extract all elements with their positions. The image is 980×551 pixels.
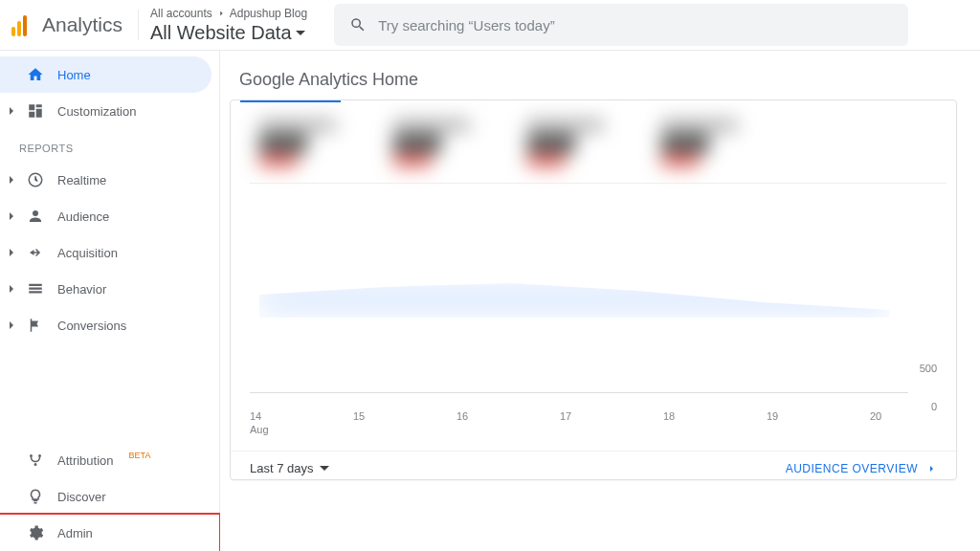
nav-admin-label: Admin [57,526,93,540]
y-tick-0: 0 [931,401,937,412]
caret-right-icon [10,321,13,329]
caret-right-icon [10,107,13,115]
nav-discover-label: Discover [57,490,106,504]
breadcrumb-property: Adpushup Blog [230,7,307,20]
x-tick: 19 [767,410,795,422]
reports-section-label: REPORTS [0,129,219,162]
lightbulb-icon [27,488,44,505]
page-title: Google Analytics Home [220,70,980,90]
nav-acquisition[interactable]: Acquisition [0,234,219,271]
x-tick: 14 [250,410,278,422]
nav-customization[interactable]: Customization [0,93,219,129]
clock-icon [27,171,44,188]
overview-link-label: AUDIENCE OVERVIEW [786,462,918,475]
beta-badge: BETA [129,451,151,460]
search-placeholder: Try searching “Users today” [378,17,555,33]
nav-conversions-label: Conversions [57,319,126,333]
date-range-label: Last 7 days [250,461,314,475]
nav-audience-label: Audience [57,209,109,224]
header: Analytics All accounts Adpushup Blog All… [0,0,980,51]
home-icon [27,66,44,83]
chevron-right-icon [216,9,226,18]
chart-baseline [250,392,908,393]
dropdown-caret-icon [296,31,305,35]
dashboard-icon [27,102,44,120]
gear-icon [27,524,44,541]
stats-row-blurred [231,102,956,183]
share-icon [27,244,44,261]
account-selector[interactable]: All accounts Adpushup Blog All Website D… [150,7,307,44]
list-icon [27,280,44,298]
main-content: Google Analytics Home 500 0 14 15 16 17 [220,51,980,551]
card-footer: Last 7 days AUDIENCE OVERVIEW [231,451,956,479]
x-tick: 17 [560,410,589,422]
caret-right-icon [10,285,13,293]
nav-attribution[interactable]: Attribution BETA [0,442,219,478]
person-icon [27,208,44,225]
nav-discover[interactable]: Discover [0,478,219,515]
x-tick: 15 [353,410,382,422]
nav-audience[interactable]: Audience [0,198,219,234]
overview-card: 500 0 14 15 16 17 18 19 20 Aug Last 7 da… [230,99,957,480]
attribution-icon [27,452,44,469]
analytics-logo-icon [11,13,34,36]
breadcrumb: All accounts Adpushup Blog [150,7,307,20]
x-tick: 18 [663,410,692,422]
search-box[interactable]: Try searching “Users today” [334,4,908,46]
nav-customization-label: Customization [57,104,136,119]
app-name: Analytics [42,13,122,36]
chevron-right-icon [925,463,937,474]
trend-chart: 500 0 14 15 16 17 18 19 20 Aug [250,183,947,451]
flag-icon [27,317,44,334]
dataset-name: All Website Data [150,22,291,44]
nav-realtime[interactable]: Realtime [0,162,219,198]
caret-right-icon [10,249,13,256]
nav-attribution-label: Attribution [57,453,114,468]
y-tick-500: 500 [920,363,937,374]
nav-home-label: Home [57,68,91,82]
nav-realtime-label: Realtime [57,173,106,187]
nav-home[interactable]: Home [0,56,212,93]
audience-overview-link[interactable]: AUDIENCE OVERVIEW [786,462,937,475]
breadcrumb-accounts: All accounts [150,7,212,20]
nav-behavior[interactable]: Behavior [0,271,219,307]
chart-line-blurred [259,279,889,318]
search-icon [349,16,367,33]
caret-right-icon [10,176,13,184]
nav-behavior-label: Behavior [57,282,106,297]
x-sublabel: Aug [250,424,269,435]
x-tick: 20 [870,410,899,422]
sidebar: Home Customization REPORTS Realtime Audi… [0,51,220,551]
logo-area[interactable]: Analytics [11,10,139,40]
nav-acquisition-label: Acquisition [57,246,118,260]
x-axis-labels: 14 15 16 17 18 19 20 [250,410,899,422]
nav-conversions[interactable]: Conversions [0,307,219,343]
date-range-selector[interactable]: Last 7 days [250,461,329,475]
dropdown-caret-icon [320,466,329,471]
x-tick: 16 [457,410,485,422]
caret-right-icon [10,212,13,220]
nav-admin[interactable]: Admin [0,515,219,551]
